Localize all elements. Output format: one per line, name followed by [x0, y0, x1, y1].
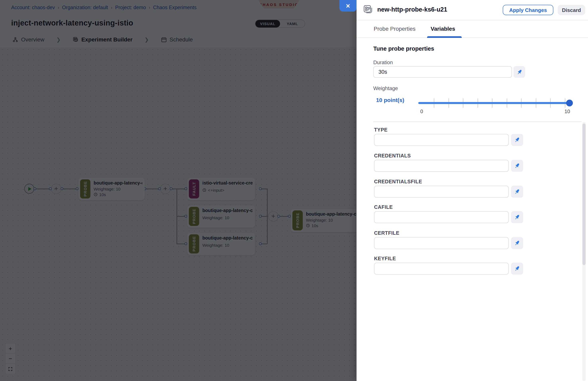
weightage-label: Weightage	[373, 85, 398, 91]
slider-max-label: 10	[565, 109, 570, 114]
type-input[interactable]	[374, 134, 509, 146]
cafile-pin-button[interactable]	[511, 211, 523, 223]
pin-icon	[514, 265, 520, 272]
slider-min-label: 0	[420, 109, 423, 114]
slider-thumb[interactable]	[566, 100, 573, 106]
pin-icon	[514, 163, 520, 169]
duration-pin-button[interactable]	[513, 66, 525, 78]
probe-name-title: new-http-probe-ks6-u21	[377, 6, 447, 13]
pin-icon	[516, 69, 523, 75]
cafile-input[interactable]	[374, 211, 509, 223]
active-tab-underline	[427, 36, 462, 38]
drawer-header: new-http-probe-ks6-u21 Apply Changes Dis…	[357, 0, 588, 20]
credentials-label: CREDENTIALS	[374, 153, 411, 159]
slider-track[interactable]	[418, 102, 573, 104]
scrollbar-thumb[interactable]	[582, 124, 586, 265]
weightage-value: 10 point(s)	[376, 97, 404, 103]
tab-probe-properties[interactable]: Probe Properties	[374, 25, 416, 32]
drawer-scrollbar	[582, 122, 586, 381]
duration-input[interactable]	[373, 66, 512, 78]
credentialsfile-input[interactable]	[374, 186, 509, 198]
discard-button[interactable]: Discard	[558, 5, 585, 15]
probe-config-drawer: new-http-probe-ks6-u21 Apply Changes Dis…	[357, 0, 588, 381]
credentials-pin-button[interactable]	[511, 160, 523, 172]
certfile-input[interactable]	[374, 237, 509, 249]
screen: Account: chaos-dev › Organization: defau…	[0, 0, 588, 381]
pin-icon	[514, 240, 520, 246]
credentials-input[interactable]	[374, 160, 509, 172]
drawer-tab-bar: Probe Properties Variables	[357, 20, 588, 38]
type-pin-button[interactable]	[511, 134, 523, 146]
type-label: TYPE	[374, 127, 388, 133]
duration-label: Duration	[373, 59, 393, 65]
cafile-label: CAFILE	[374, 204, 393, 210]
section-divider	[373, 122, 582, 122]
pin-icon	[514, 214, 520, 220]
pin-icon	[514, 189, 520, 195]
section-heading: Tune probe properties	[373, 45, 434, 52]
drawer-backdrop[interactable]	[0, 0, 357, 381]
tab-variables[interactable]: Variables	[431, 25, 455, 32]
close-drawer-button[interactable]: ✕	[339, 0, 357, 12]
keyfile-input[interactable]	[374, 263, 509, 275]
certfile-label: CERTFILE	[374, 230, 399, 236]
credentialsfile-label: CREDENTIALSFILE	[374, 179, 422, 185]
apply-changes-button[interactable]: Apply Changes	[503, 5, 553, 15]
keyfile-pin-button[interactable]	[511, 263, 523, 275]
weightage-slider[interactable]	[418, 99, 573, 107]
keyfile-label: KEYFILE	[374, 256, 396, 261]
pin-icon	[514, 137, 520, 143]
credentialsfile-pin-button[interactable]	[511, 186, 523, 198]
probe-icon	[362, 4, 373, 15]
certfile-pin-button[interactable]	[511, 237, 523, 249]
